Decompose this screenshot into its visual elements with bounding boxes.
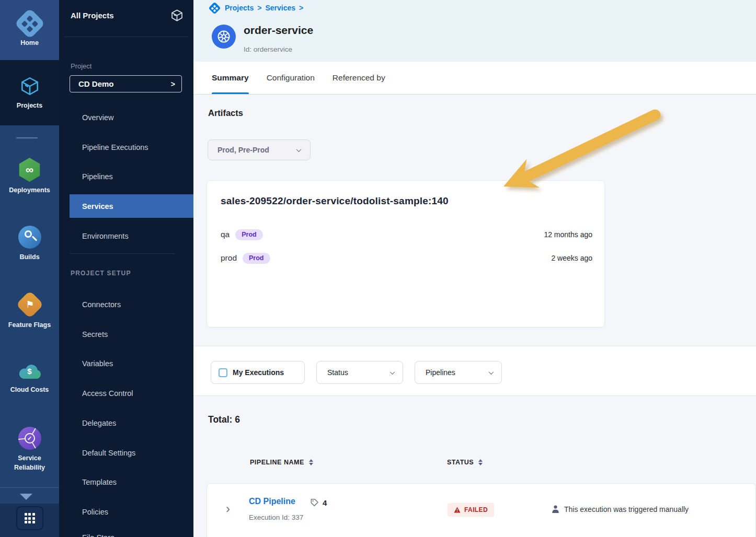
warning-triangle-icon: [454, 507, 461, 513]
rail-item-feature-flags[interactable]: ⚑ Feature Flags: [0, 293, 59, 340]
env-deploy-time: 2 weeks ago: [551, 254, 592, 262]
rail-item-home[interactable]: Home: [0, 0, 59, 60]
env-type-badge: Prod: [243, 253, 270, 264]
rail-item-builds[interactable]: Builds: [0, 226, 59, 273]
sort-icon[interactable]: [478, 459, 483, 466]
sidebar-item-variables[interactable]: Variables: [82, 358, 113, 369]
my-executions-checkbox[interactable]: [219, 368, 227, 377]
environment-type-filter[interactable]: Prod, Pre-Prod: [208, 139, 311, 160]
breadcrumb-projects[interactable]: Projects: [225, 4, 254, 12]
execution-id: Execution Id: 337: [249, 513, 303, 521]
sidebar-item-overview[interactable]: Overview: [82, 112, 113, 123]
service-tabs: Summary Configuration Referenced by: [193, 62, 756, 95]
trigger-info: This execution was triggered manually: [551, 505, 689, 513]
sidebar-item-pipeline-executions[interactable]: Pipeline Executions: [82, 142, 148, 153]
artifact-name: sales-209522/order-service/todolist-samp…: [221, 195, 449, 207]
breadcrumb-services[interactable]: Services: [265, 4, 295, 12]
sidebar-item-environments[interactable]: Environments: [82, 231, 129, 241]
my-executions-toggle[interactable]: My Executions: [211, 361, 305, 384]
service-reliability-icon: ✓: [18, 427, 41, 450]
expand-chevron-icon[interactable]: ›: [226, 503, 230, 515]
column-header-status[interactable]: STATUS: [447, 459, 483, 466]
sort-icon[interactable]: [309, 459, 313, 466]
status-filter-label: Status: [327, 368, 348, 377]
artifact-env-row: qa Prod 12 months ago: [221, 228, 592, 241]
pipeline-name-link[interactable]: CD Pipeline: [249, 497, 295, 506]
env-name: qa: [221, 230, 230, 239]
status-filter-dropdown[interactable]: Status: [316, 361, 403, 384]
chevron-down-icon: [489, 369, 494, 375]
sidebar-item-default-settings[interactable]: Default Settings: [82, 448, 135, 458]
environment-type-filter-value: Prod, Pre-Prod: [217, 146, 297, 154]
breadcrumb: Projects > Services >: [209, 3, 303, 13]
pipelines-filter-dropdown[interactable]: Pipelines: [415, 361, 502, 384]
chevron-down-icon: [390, 369, 395, 375]
sidebar-item-templates[interactable]: Templates: [82, 477, 117, 487]
all-projects-link[interactable]: All Projects: [71, 11, 114, 20]
service-header: Projects > Services > order-service: [193, 0, 756, 62]
main-content: Projects > Services > order-service: [193, 0, 756, 537]
project-selector-value: CD Demo: [78, 79, 171, 88]
sidebar-item-pipelines[interactable]: Pipelines: [82, 171, 113, 182]
rail-item-deployments[interactable]: ∞ Deployments: [0, 158, 59, 205]
env-name: prod: [221, 253, 237, 263]
tab-configuration[interactable]: Configuration: [267, 62, 315, 94]
sidebar-item-file-store[interactable]: File Store: [82, 532, 114, 537]
flag-glyph: ⚑: [25, 299, 33, 310]
dollar-glyph: $: [17, 367, 42, 376]
artifacts-heading: Artifacts: [208, 108, 243, 118]
rail-item-label: Home: [20, 38, 39, 48]
sidebar-item-policies[interactable]: Policies: [82, 507, 108, 517]
column-label: PIPELINE NAME: [250, 459, 304, 466]
status-badge: FAILED: [448, 503, 494, 517]
deployments-icon: ∞: [18, 158, 42, 182]
check-glyph: ✓: [25, 433, 35, 443]
sidebar-item-connectors[interactable]: Connectors: [82, 299, 121, 310]
sidebar-item-delegates[interactable]: Delegates: [82, 418, 116, 428]
rail-footer: [0, 504, 59, 537]
tag-icon: [310, 498, 319, 508]
tag-count: 4: [323, 498, 327, 507]
status-text: FAILED: [464, 506, 488, 513]
sidebar-item-secrets[interactable]: Secrets: [82, 329, 108, 340]
page-title: order-service: [244, 24, 313, 37]
column-header-pipeline-name[interactable]: PIPELINE NAME: [250, 459, 313, 466]
total-count: Total: 6: [208, 414, 240, 425]
infinity-glyph: ∞: [26, 164, 33, 176]
rail-item-cloud-costs[interactable]: $ Cloud Costs: [0, 364, 59, 411]
user-icon: [551, 505, 560, 513]
project-label: Project: [71, 62, 91, 70]
service-id: Id: orderservice: [244, 45, 292, 53]
all-projects-button[interactable]: [170, 8, 184, 25]
execution-row[interactable]: › CD Pipeline 4 Execution Id: 337 FAILED…: [207, 483, 756, 537]
rail-item-projects[interactable]: Projects: [0, 60, 59, 125]
divider: [64, 37, 188, 37]
divider: [70, 253, 175, 254]
rail-item-label: Deployments: [9, 185, 50, 195]
cube-outline-icon: [170, 8, 184, 22]
sidebar-item-access-control[interactable]: Access Control: [82, 388, 133, 399]
breadcrumb-separator: >: [257, 4, 261, 12]
tab-referenced-by[interactable]: Referenced by: [333, 62, 385, 94]
breadcrumb-separator: >: [299, 4, 303, 12]
executions-filter-bar: My Executions Status Pipelines: [193, 346, 756, 396]
env-type-badge: Prod: [235, 229, 262, 240]
rail-divider: [0, 487, 59, 488]
rail-item-label: Projects: [17, 101, 42, 110]
module-switcher-button[interactable]: [16, 506, 43, 530]
home-icon: [14, 8, 45, 39]
chevron-right-icon: >: [171, 80, 175, 88]
artifact-card: sales-209522/order-service/todolist-samp…: [207, 180, 605, 328]
rail-divider: [16, 137, 38, 138]
tab-summary[interactable]: Summary: [212, 62, 249, 94]
pipelines-filter-label: Pipelines: [426, 368, 455, 377]
pipeline-tags: 4: [310, 498, 327, 508]
project-selector[interactable]: CD Demo >: [70, 75, 182, 92]
sidebar-item-services[interactable]: Services: [70, 194, 193, 218]
artifact-env-row: prod Prod 2 weeks ago: [221, 252, 592, 264]
cloud-costs-icon: $: [17, 364, 42, 381]
executions-table-header: PIPELINE NAME STATUS: [193, 459, 756, 469]
scroll-down-chevron-icon[interactable]: [20, 494, 32, 500]
rail-item-service-reliability[interactable]: ✓ Service Reliability: [0, 427, 59, 479]
builds-icon: [18, 226, 41, 249]
